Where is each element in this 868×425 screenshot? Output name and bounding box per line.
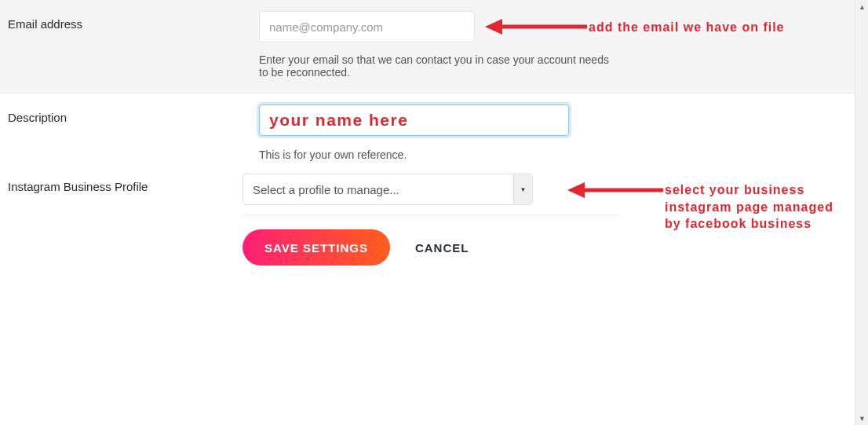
description-help-text: This is for your own reference. [259,148,619,161]
email-field-col: Enter your email so that we can contact … [259,11,847,79]
description-row: Description This is for your own referen… [0,93,855,166]
description-field-col: This is for your own reference. [259,104,847,161]
profile-select[interactable]: Select a profile to manage... ▼ [243,174,533,205]
profile-field-col: Select a profile to manage... ▼ SAVE SET… [243,174,847,266]
description-label: Description [8,104,259,124]
email-help-text: Enter your email so that we can contact … [259,53,619,79]
profile-select-text: Select a profile to manage... [253,183,523,196]
profile-label: Instagram Business Profile [8,174,243,193]
email-input[interactable] [259,11,475,42]
email-row: Email address Enter your email so that w… [0,0,855,93]
scroll-down-icon[interactable]: ▼ [855,412,868,425]
form-content: Email address Enter your email so that w… [0,0,855,425]
save-settings-button[interactable]: SAVE SETTINGS [243,229,390,266]
vertical-scrollbar[interactable]: ▲ ▼ [855,0,868,425]
email-label: Email address [8,11,259,31]
cancel-button[interactable]: CANCEL [398,229,487,266]
scroll-up-icon[interactable]: ▲ [855,0,868,13]
chevron-down-icon: ▼ [513,174,532,204]
profile-row: Instagram Business Profile Select a prof… [0,166,855,280]
divider [243,214,619,215]
button-row: SAVE SETTINGS CANCEL [243,229,619,266]
description-input[interactable] [259,104,569,136]
